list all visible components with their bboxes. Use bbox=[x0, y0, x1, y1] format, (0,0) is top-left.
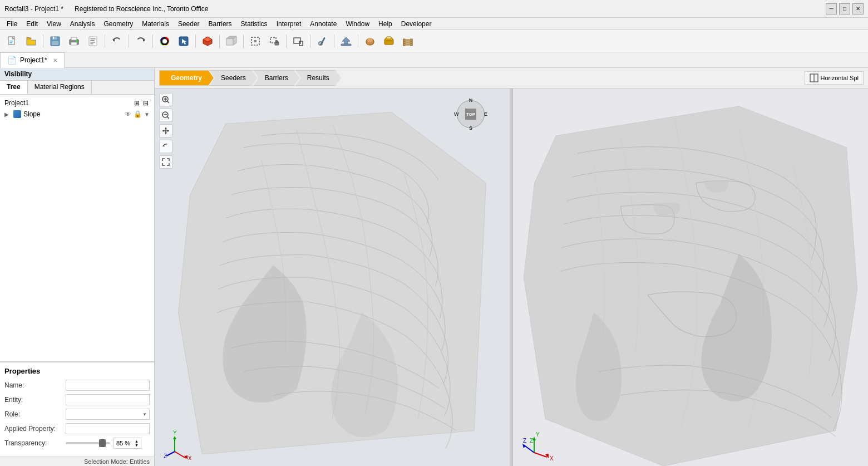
expand-icon bbox=[162, 158, 170, 166]
tab-material-regions[interactable]: Material Regions bbox=[28, 81, 92, 94]
menu-interpret[interactable]: Interpret bbox=[272, 19, 306, 29]
zoom-out-button[interactable] bbox=[159, 109, 172, 122]
name-value[interactable] bbox=[66, 380, 150, 391]
tree-item-slope[interactable]: ▶ Slope 👁 🔒 ▼ bbox=[2, 109, 152, 119]
collapse-icon[interactable]: ⊟ bbox=[142, 98, 150, 108]
content-area: Visibility Tree Material Regions Project… bbox=[0, 68, 868, 466]
svg-point-11 bbox=[76, 40, 78, 42]
menu-annotate[interactable]: Annotate bbox=[305, 19, 341, 29]
menu-analysis[interactable]: Analysis bbox=[66, 19, 100, 29]
materials-button[interactable] bbox=[380, 33, 398, 50]
percent-input[interactable]: 85 % ▲▼ bbox=[114, 438, 141, 449]
svg-text:X: X bbox=[550, 455, 554, 462]
applied-value[interactable] bbox=[66, 423, 150, 434]
undo-button[interactable] bbox=[108, 33, 126, 50]
svg-rect-39 bbox=[341, 44, 351, 46]
tab-strip: 📄 Project1* ✕ bbox=[0, 52, 868, 68]
rock-button[interactable] bbox=[361, 33, 379, 50]
prop-row-name: Name: bbox=[4, 380, 150, 391]
slope-label: Slope bbox=[23, 110, 41, 118]
expand-icon[interactable]: ⊞ bbox=[133, 98, 141, 108]
menu-edit[interactable]: Edit bbox=[22, 19, 42, 29]
project-tab-close[interactable]: ✕ bbox=[53, 57, 57, 63]
svg-marker-62 bbox=[165, 133, 167, 134]
entity-value[interactable] bbox=[66, 394, 150, 405]
new-button[interactable] bbox=[3, 33, 21, 50]
tab-geometry[interactable]: Geometry bbox=[159, 70, 214, 86]
svg-marker-68 bbox=[173, 436, 176, 439]
role-dropdown[interactable]: ▼ bbox=[66, 409, 150, 420]
transparency-row: Transparency: 85 % ▲▼ bbox=[4, 438, 150, 449]
prop-row-applied: Applied Property: bbox=[4, 423, 150, 434]
title-bar: Rocfall3 - Project1 * Registered to Rocs… bbox=[0, 0, 868, 18]
color-button[interactable] bbox=[156, 33, 174, 50]
svg-rect-48 bbox=[403, 42, 412, 43]
svg-marker-61 bbox=[165, 127, 167, 129]
tab-tree[interactable]: Tree bbox=[0, 81, 28, 94]
reset-view-button[interactable] bbox=[159, 140, 172, 153]
menu-materials[interactable]: Materials bbox=[137, 19, 174, 29]
close-button[interactable]: ✕ bbox=[852, 3, 864, 14]
applied-label: Applied Property: bbox=[4, 425, 66, 433]
project-tab-icon: 📄 bbox=[7, 56, 17, 65]
visibility-panel: Visibility Tree Material Regions Project… bbox=[0, 68, 154, 362]
save-button[interactable] bbox=[46, 33, 64, 50]
redo-button[interactable] bbox=[132, 33, 150, 50]
svg-rect-32 bbox=[275, 42, 279, 45]
menu-help[interactable]: Help bbox=[374, 19, 397, 29]
viewports: TOP N S W E bbox=[155, 89, 868, 466]
properties-title: Properties bbox=[4, 367, 150, 375]
doc-button[interactable] bbox=[84, 33, 102, 50]
expand-view-button[interactable] bbox=[159, 155, 172, 169]
menu-geometry[interactable]: Geometry bbox=[100, 19, 138, 29]
menu-statistics[interactable]: Statistics bbox=[236, 19, 272, 29]
lock-icon[interactable]: 🔒 bbox=[134, 110, 142, 118]
view-cube-button[interactable] bbox=[223, 33, 240, 50]
import-button[interactable] bbox=[337, 33, 355, 50]
role-label: Role: bbox=[4, 410, 66, 418]
scroll-arrow-icon[interactable]: ▼ bbox=[144, 111, 150, 117]
menu-bar: File Edit View Analysis Geometry Materia… bbox=[0, 18, 868, 30]
menu-developer[interactable]: Developer bbox=[397, 19, 436, 29]
tab-barriers[interactable]: Barriers bbox=[253, 70, 300, 86]
barriers-button[interactable] bbox=[399, 33, 417, 50]
knife-button[interactable] bbox=[313, 33, 331, 50]
menu-window[interactable]: Window bbox=[341, 19, 374, 29]
reset-icon bbox=[162, 143, 170, 150]
svg-point-21 bbox=[162, 39, 167, 43]
selection-mode-text: Selection Mode: Entities bbox=[84, 458, 150, 465]
tab-seeders[interactable]: Seeders bbox=[209, 70, 258, 86]
slider-thumb[interactable] bbox=[99, 439, 106, 447]
rect-select-button[interactable] bbox=[289, 33, 307, 50]
svg-rect-9 bbox=[71, 37, 77, 40]
locked-select-button[interactable] bbox=[265, 33, 283, 50]
svg-rect-3 bbox=[9, 42, 12, 43]
terrain-left bbox=[155, 89, 510, 466]
cube-button[interactable] bbox=[199, 33, 216, 50]
menu-seeder[interactable]: Seeder bbox=[174, 19, 204, 29]
right-viewport[interactable]: Y X Z Z bbox=[513, 89, 868, 466]
menu-file[interactable]: File bbox=[2, 19, 22, 29]
pan-button[interactable] bbox=[159, 124, 172, 138]
percent-arrows[interactable]: ▲▼ bbox=[135, 439, 139, 447]
print-button[interactable] bbox=[65, 33, 83, 50]
svg-line-73 bbox=[166, 452, 175, 456]
left-viewport[interactable]: TOP N S W E bbox=[155, 89, 510, 466]
dashed-select-button[interactable] bbox=[246, 33, 264, 50]
minimize-button[interactable]: ─ bbox=[826, 3, 837, 14]
compass-e: E bbox=[484, 111, 487, 117]
select-button[interactable] bbox=[175, 33, 193, 50]
svg-text:Y: Y bbox=[173, 430, 177, 436]
zoom-in-button[interactable] bbox=[159, 93, 172, 106]
menu-barriers[interactable]: Barriers bbox=[204, 19, 236, 29]
restore-button[interactable]: □ bbox=[839, 3, 850, 14]
h-split-button[interactable]: Horizontal Spl bbox=[805, 71, 864, 85]
project-tab[interactable]: 📄 Project1* ✕ bbox=[0, 52, 65, 68]
svg-rect-15 bbox=[90, 42, 95, 43]
open-button[interactable] bbox=[22, 33, 40, 50]
menu-view[interactable]: View bbox=[42, 19, 66, 29]
tree-expand-icon: ▶ bbox=[4, 111, 11, 117]
visibility-eye-icon[interactable]: 👁 bbox=[125, 110, 131, 118]
transparency-slider[interactable] bbox=[66, 442, 110, 444]
tab-results[interactable]: Results bbox=[295, 70, 341, 86]
